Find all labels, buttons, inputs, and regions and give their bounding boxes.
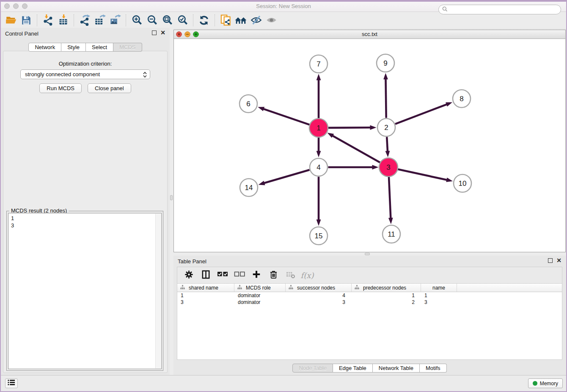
- table-cell: 3: [421, 299, 457, 305]
- column-header-successor-nodes[interactable]: successor nodes: [286, 284, 352, 292]
- mcds-result-list[interactable]: 1 3: [8, 213, 162, 369]
- save-session-button[interactable]: [19, 14, 34, 27]
- vertical-splitter[interactable]: [170, 28, 173, 375]
- first-neighbors-button[interactable]: [233, 14, 248, 27]
- result-scrollbar[interactable]: [155, 214, 161, 368]
- zoom-in-button[interactable]: [129, 14, 144, 27]
- tab-network-table[interactable]: Network Table: [373, 364, 420, 373]
- network-graph[interactable]: 7968124314101511: [174, 39, 565, 252]
- table-panel: Table Panel ✕ f(x) shared nameMCDS roles…: [173, 256, 566, 375]
- tab-mcds[interactable]: MCDS: [113, 43, 142, 52]
- table-row[interactable]: 3dominator323: [177, 299, 562, 306]
- tab-edge-table[interactable]: Edge Table: [333, 364, 373, 373]
- control-panel-close-icon[interactable]: ✕: [160, 30, 165, 35]
- tab-node-table[interactable]: Node Table: [292, 364, 333, 373]
- save-session-icon: [21, 15, 32, 26]
- memory-button[interactable]: Memory: [528, 378, 563, 388]
- arrowhead-2-8: [446, 102, 452, 106]
- export-table-button[interactable]: [92, 14, 107, 27]
- delete-row-button[interactable]: [267, 269, 280, 282]
- edge-3-1[interactable]: [332, 135, 380, 163]
- zoom-selected-button[interactable]: [175, 14, 190, 27]
- list-icon: [7, 379, 16, 388]
- table-cell: 3: [177, 299, 234, 305]
- arrowhead-3-1: [327, 133, 334, 138]
- delete-row-icon: [269, 270, 278, 281]
- table-cell: dominator: [234, 299, 286, 305]
- search-box[interactable]: [438, 5, 561, 14]
- network-canvas[interactable]: 7968124314101511: [174, 39, 565, 252]
- table-toolbar: f(x): [177, 267, 562, 284]
- splitter-grip[interactable]: [365, 253, 370, 255]
- node-table[interactable]: shared nameMCDS rolesuccessor nodesprede…: [177, 284, 562, 360]
- column-tree-icon: [355, 285, 359, 291]
- column-header-predecessor-nodes[interactable]: predecessor nodes: [352, 284, 421, 292]
- main-toolbar: [1, 12, 566, 28]
- refresh-layout-button[interactable]: [196, 14, 212, 27]
- settings-button[interactable]: [182, 269, 195, 282]
- table-row[interactable]: 1dominator411: [177, 292, 562, 299]
- edge-3-11[interactable]: [389, 177, 391, 218]
- task-history-button[interactable]: [5, 378, 18, 388]
- edge-2-9[interactable]: [385, 78, 386, 118]
- export-network-button[interactable]: [77, 14, 92, 27]
- arrowhead-4-15: [317, 220, 321, 226]
- search-input[interactable]: [450, 7, 557, 13]
- mcds-tab-content: Optimization criterion: strongly connect…: [3, 51, 168, 373]
- mcds-result-lines: 1 3: [11, 215, 14, 229]
- clone-network-button[interactable]: [218, 14, 233, 27]
- graph-node-label-4: 4: [317, 163, 320, 171]
- tab-select[interactable]: Select: [86, 43, 113, 52]
- graph-node-label-6: 6: [246, 100, 250, 108]
- column-tree-icon: [180, 285, 185, 291]
- column-header-shared-name[interactable]: shared name: [177, 284, 234, 292]
- graph-node-label-2: 2: [384, 124, 388, 132]
- arrowhead-3-10: [446, 178, 453, 182]
- close-panel-button[interactable]: Close panel: [88, 83, 131, 93]
- table-cell: dominator: [234, 293, 286, 298]
- toolbar-separator: [74, 14, 74, 26]
- optimization-criterion-dropdown[interactable]: strongly connected component: [20, 69, 150, 79]
- table-panel-close-icon[interactable]: ✕: [556, 258, 561, 263]
- import-table-button[interactable]: [55, 14, 71, 27]
- tab-style[interactable]: Style: [61, 43, 86, 52]
- select-all-button[interactable]: [216, 269, 229, 282]
- deselect-all-button[interactable]: [233, 269, 246, 282]
- graph-node-label-7: 7: [317, 60, 320, 68]
- column-tree-icon: [237, 285, 242, 291]
- graph-node-label-3: 3: [386, 163, 390, 171]
- delete-table-button: [284, 269, 297, 282]
- edge-1-6[interactable]: [263, 109, 310, 125]
- edge-3-10[interactable]: [398, 169, 447, 180]
- arrowhead-4-3: [372, 165, 379, 170]
- hide-selected-button[interactable]: [248, 14, 264, 27]
- add-row-button[interactable]: [250, 269, 263, 282]
- splitter-grip[interactable]: [170, 195, 173, 200]
- column-header-name[interactable]: name: [421, 284, 457, 292]
- horizontal-splitter[interactable]: [173, 252, 566, 256]
- control-panel-float-icon[interactable]: [152, 30, 157, 35]
- edge-2-8[interactable]: [395, 104, 447, 124]
- tab-motifs[interactable]: Motifs: [420, 364, 447, 373]
- edge-4-14[interactable]: [264, 170, 309, 183]
- show-columns-button[interactable]: [199, 269, 212, 282]
- tab-network[interactable]: Network: [28, 43, 61, 52]
- zoom-out-button[interactable]: [144, 14, 160, 27]
- column-header-MCDS-role[interactable]: MCDS role: [234, 284, 286, 292]
- edge-1-2[interactable]: [328, 127, 371, 128]
- edge-2-3[interactable]: [387, 137, 388, 152]
- open-file-button[interactable]: [3, 14, 19, 27]
- import-network-button[interactable]: [40, 14, 55, 27]
- refresh-layout-icon: [198, 15, 209, 26]
- export-image-button[interactable]: [107, 14, 123, 27]
- show-hidden-button: [264, 14, 279, 27]
- zoom-fit-button[interactable]: [160, 14, 175, 27]
- column-label: name: [432, 285, 445, 291]
- zoom-fit-icon: [162, 14, 173, 26]
- run-mcds-button[interactable]: Run MCDS: [39, 83, 82, 93]
- show-hidden-icon: [266, 14, 277, 26]
- hide-selected-icon: [250, 14, 262, 26]
- arrowhead-2-3: [385, 151, 390, 157]
- table-panel-float-icon[interactable]: [548, 258, 553, 263]
- table-cell: 1: [352, 293, 421, 298]
